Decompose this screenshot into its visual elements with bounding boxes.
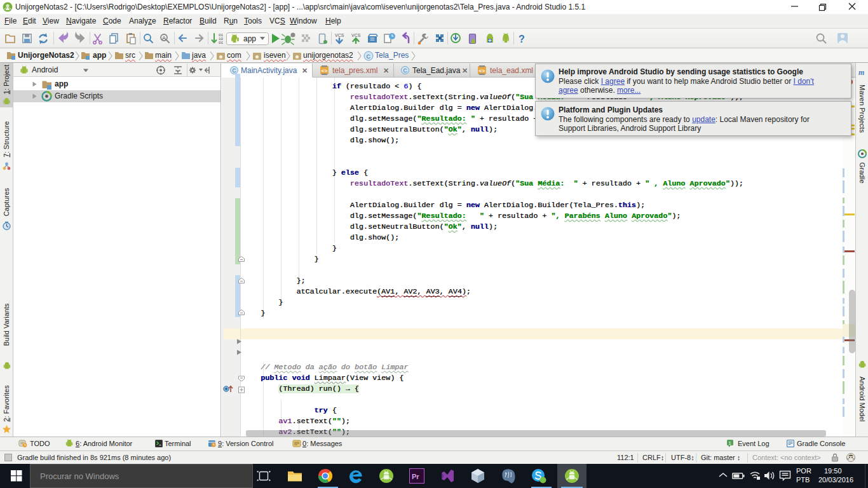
svg-text:?: ? xyxy=(519,34,525,44)
svg-text:app: app xyxy=(243,34,256,43)
svg-text:A: A xyxy=(162,35,166,41)
svg-text:m: m xyxy=(858,68,864,77)
svg-text:01: 01 xyxy=(219,41,224,45)
svg-text:<>: <> xyxy=(322,68,328,74)
svg-text:C: C xyxy=(403,67,407,74)
svg-text:<>: <> xyxy=(479,68,485,74)
svg-text:1: 1 xyxy=(728,440,731,446)
svg-text:VCS: VCS xyxy=(351,33,361,37)
svg-text:Pr: Pr xyxy=(412,473,419,480)
svg-text:C: C xyxy=(367,53,371,60)
svg-text:VCS: VCS xyxy=(335,33,344,37)
svg-text:C: C xyxy=(232,67,236,74)
